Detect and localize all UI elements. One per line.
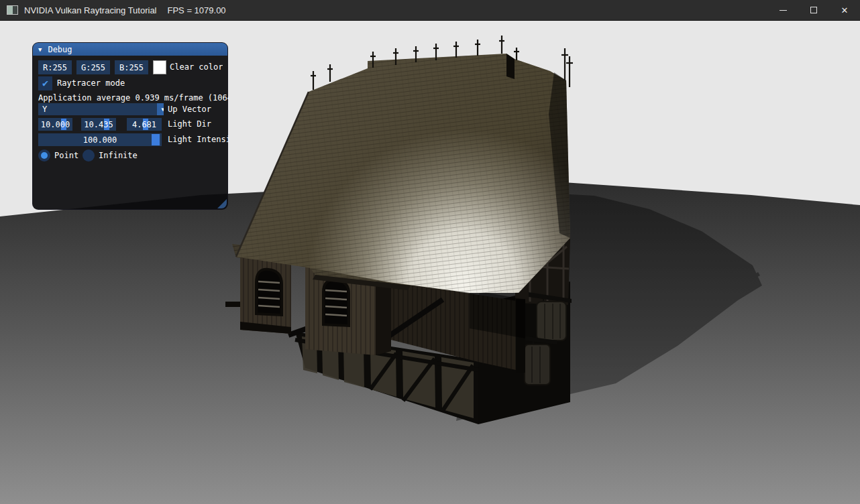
minimize-icon [780,10,787,11]
infinite-light-radio[interactable] [83,149,95,162]
clear-color-row: R:255 G:255 B:255 Clear color [33,60,227,74]
light-dir-label: Light Dir [168,118,211,131]
stats-row: Application average 0.939 ms/frame (1064 [33,93,227,103]
up-vector-value: Y [42,105,47,114]
light-dir-z-slider[interactable]: 4.681 [127,118,162,131]
light-dir-row: 10.000 10.435 4.681 Light Dir [33,118,227,131]
minimize-button[interactable] [767,0,798,21]
app-icon [7,5,18,15]
maximize-icon [810,7,817,13]
radio-selected-dot [41,152,48,159]
infinite-light-label: Infinite [99,149,138,162]
light-intensity-slider[interactable]: 100.000 [38,133,162,146]
raytracer-mode-checkbox[interactable]: ✔ [38,76,52,90]
window-title: NVIDIA Vulkan Raytracing Tutorial [24,5,157,15]
point-light-radio[interactable] [38,149,50,162]
light-dir-x-slider[interactable]: 10.000 [38,118,72,131]
close-button[interactable]: ✕ [829,0,860,21]
panel-title: Debug [48,45,72,54]
up-vector-combo[interactable]: Y ▼ [38,103,164,115]
red-value-button[interactable]: R:255 [38,60,72,74]
slider-grab[interactable] [152,134,160,145]
raytracer-mode-label: Raytracer mode [57,76,125,90]
debug-panel-titlebar[interactable]: ▼ Debug [33,43,227,56]
lantern [537,302,566,340]
debug-panel[interactable]: ▼ Debug R:255 G:255 B:255 Clear color ✔ … [32,42,228,210]
point-light-label: Point [54,149,78,162]
clear-color-label: Clear color [170,60,223,74]
arched-window [323,280,349,326]
window-titlebar[interactable]: NVIDIA Vulkan Raytracing Tutorial FPS = … [0,0,860,21]
color-swatch[interactable] [153,60,166,74]
light-dir-y-slider[interactable]: 10.435 [81,118,116,131]
lantern [525,344,550,385]
maximize-button[interactable] [798,0,829,21]
check-icon: ✔ [42,77,48,89]
resize-grip[interactable] [217,199,227,208]
blue-value-button[interactable]: B:255 [115,60,148,74]
light-intensity-row: 100.000 Light Intensity [33,133,227,146]
light-type-row: Point Infinite [33,149,227,163]
up-vector-label: Up Vector [168,103,211,115]
raytracer-mode-row: ✔ Raytracer mode [33,76,227,90]
close-icon: ✕ [841,6,849,15]
fps-counter: FPS = 1079.00 [168,5,226,15]
frame-stats-text: Application average 0.939 ms/frame (1064 [38,93,229,103]
up-vector-row: Y ▼ Up Vector [33,103,227,115]
chevron-down-icon: ▼ [162,107,164,113]
green-value-button[interactable]: G:255 [76,60,110,74]
light-intensity-label: Light Intensity [168,133,229,146]
combo-arrow-button[interactable]: ▼ [157,103,164,115]
arched-window [256,269,282,315]
collapse-arrow-icon[interactable]: ▼ [38,46,42,53]
